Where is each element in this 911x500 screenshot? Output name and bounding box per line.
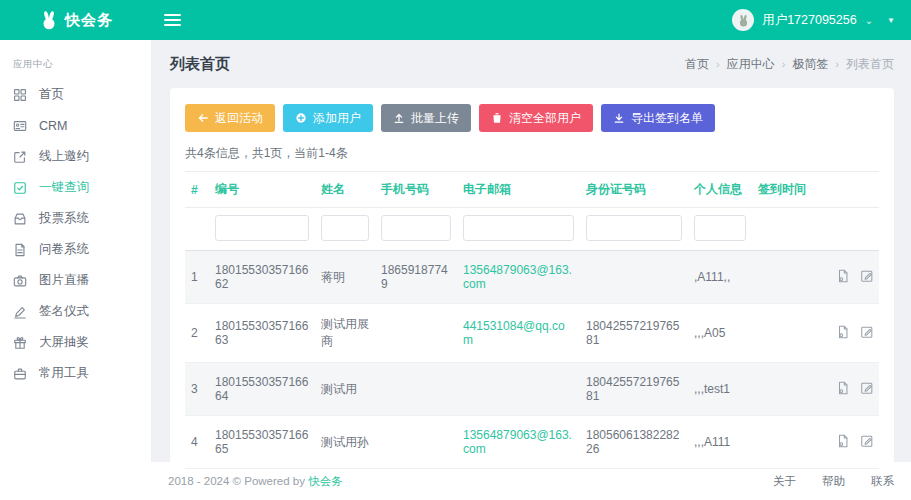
sidebar-item-quick-query[interactable]: 一键查询	[0, 172, 151, 203]
button-label: 清空全部用户	[509, 110, 581, 127]
download-icon	[613, 112, 625, 124]
cell-actions	[820, 304, 879, 363]
sidebar-item-label: 一键查询	[39, 179, 89, 196]
pen-icon	[13, 305, 27, 319]
column-header: 个人信息	[688, 172, 752, 208]
gift-icon	[13, 336, 27, 350]
export-checkin-list-button[interactable]: 导出签到名单	[601, 104, 715, 132]
clear-all-users-button[interactable]: 清空全部用户	[479, 104, 593, 132]
cell-code: 1801553035716662	[209, 251, 315, 304]
sidebar-item-label: CRM	[39, 119, 67, 133]
user-menu[interactable]: 用户1727095256 ⌄ ▼	[732, 9, 911, 31]
breadcrumb: 首页›应用中心›极简签›列表首页	[685, 56, 894, 73]
cell-index: 1	[185, 251, 209, 304]
cell-idcard: 1804255721976581	[580, 304, 688, 363]
caret-down-icon[interactable]: ▼	[887, 16, 895, 25]
footer-link[interactable]: 联系	[871, 474, 894, 489]
cell-info: ,A111,,	[688, 251, 752, 304]
sidebar-item-vote-system[interactable]: 投票系统	[0, 203, 151, 234]
breadcrumb-item[interactable]: 极简签	[792, 56, 828, 73]
trash-icon	[491, 112, 503, 124]
filter-email-input[interactable]	[463, 215, 574, 241]
cell-phone	[375, 363, 457, 416]
brand-name: 快会务	[65, 11, 113, 30]
sidebar-item-crm[interactable]: CRM	[0, 110, 151, 141]
content-card: 返回活动添加用户批量上传清空全部用户导出签到名单 共4条信息，共1页，当前1-4…	[170, 88, 894, 487]
sidebar-item-label: 常用工具	[39, 365, 89, 382]
column-header-actions	[820, 172, 879, 208]
camera-icon	[13, 274, 27, 288]
batch-upload-button[interactable]: 批量上传	[381, 104, 471, 132]
breadcrumb-item[interactable]: 首页	[685, 56, 709, 73]
grid-icon	[13, 88, 27, 102]
column-header: 电子邮箱	[457, 172, 580, 208]
email-link[interactable]: 13564879063@163.com	[463, 263, 572, 291]
sidebar-item-photo-live[interactable]: 图片直播	[0, 265, 151, 296]
footer-link[interactable]: 关于	[773, 474, 796, 489]
toolbar: 返回活动添加用户批量上传清空全部用户导出签到名单	[185, 104, 879, 132]
footer-brand-link[interactable]: 快会务	[308, 475, 343, 487]
filter-idcard-input[interactable]	[586, 215, 682, 241]
sidebar-item-online-invite[interactable]: 线上邀约	[0, 141, 151, 172]
cell-phone	[375, 416, 457, 469]
idcard-icon	[13, 119, 27, 133]
briefcase-icon	[13, 367, 27, 381]
column-header: 手机号码	[375, 172, 457, 208]
breadcrumb-item[interactable]: 应用中心	[727, 56, 775, 73]
arrow-left-icon	[197, 112, 209, 124]
sidebar-section-label: 应用中心	[0, 52, 151, 79]
doc-icon	[13, 243, 27, 257]
cell-actions	[820, 363, 879, 416]
edit-icon[interactable]	[860, 434, 874, 448]
filter-code-input[interactable]	[215, 215, 309, 241]
sidebar-item-survey-system[interactable]: 问卷系统	[0, 234, 151, 265]
plus-circle-icon	[295, 112, 307, 124]
cell-name: 测试用展商	[315, 304, 375, 363]
edit-icon[interactable]	[860, 325, 874, 339]
cell-name: 测试用	[315, 363, 375, 416]
filter-phone-input[interactable]	[381, 215, 451, 241]
footer-links: 关于帮助联系	[773, 474, 894, 489]
button-label: 导出签到名单	[631, 110, 703, 127]
sidebar-item-label: 大屏抽奖	[39, 334, 89, 351]
cell-code: 1801553035716665	[209, 416, 315, 469]
cell-checkin	[752, 251, 820, 304]
sidebar-item-label: 问卷系统	[39, 241, 89, 258]
sidebar-item-sign-ceremony[interactable]: 签名仪式	[0, 296, 151, 327]
add-user-button[interactable]: 添加用户	[283, 104, 373, 132]
cell-phone	[375, 304, 457, 363]
filter-name-input[interactable]	[321, 215, 369, 241]
sidebar-item-home[interactable]: 首页	[0, 79, 151, 110]
view-file-icon[interactable]	[836, 269, 850, 283]
view-file-icon[interactable]	[836, 381, 850, 395]
sidebar-nav: 首页CRM线上邀约一键查询投票系统问卷系统图片直播签名仪式大屏抽奖常用工具	[0, 79, 151, 389]
email-link[interactable]: 441531084@qq.com	[463, 319, 565, 347]
edit-icon[interactable]	[860, 381, 874, 395]
view-file-icon[interactable]	[836, 434, 850, 448]
avatar	[732, 9, 754, 31]
brand-logo[interactable]: 快会务	[0, 10, 152, 30]
footer-link[interactable]: 帮助	[822, 474, 845, 489]
back-to-activity-button[interactable]: 返回活动	[185, 104, 275, 132]
cell-info: ,,,A05	[688, 304, 752, 363]
cell-idcard: 1804255721976581	[580, 363, 688, 416]
edit-icon[interactable]	[860, 269, 874, 283]
sidebar-item-label: 签名仪式	[39, 303, 89, 320]
filter-info-input[interactable]	[694, 215, 746, 241]
view-file-icon[interactable]	[836, 325, 850, 339]
sidebar-item-label: 图片直播	[39, 272, 89, 289]
table-row: 11801553035716662蒋明186591877491356487906…	[185, 251, 879, 304]
menu-toggle-icon[interactable]	[158, 5, 192, 35]
list-summary: 共4条信息，共1页，当前1-4条	[185, 145, 879, 172]
cell-code: 1801553035716664	[209, 363, 315, 416]
page-title: 列表首页	[170, 55, 230, 74]
sidebar-item-label: 首页	[39, 86, 64, 103]
email-link[interactable]: 13564879063@163.com	[463, 428, 572, 456]
upload-icon	[393, 112, 405, 124]
cell-code: 1801553035716663	[209, 304, 315, 363]
sidebar-item-common-tools[interactable]: 常用工具	[0, 358, 151, 389]
user-table: #编号姓名手机号码电子邮箱身份证号码个人信息签到时间 1180155303571…	[185, 172, 879, 469]
sidebar-item-screen-lottery[interactable]: 大屏抽奖	[0, 327, 151, 358]
cell-checkin	[752, 363, 820, 416]
cell-checkin	[752, 416, 820, 469]
